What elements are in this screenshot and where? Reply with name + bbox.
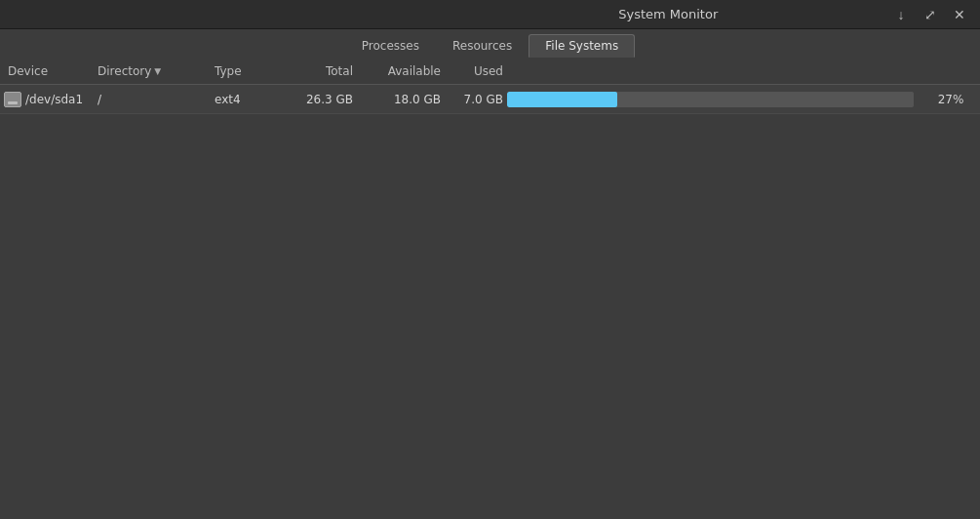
cell-directory: /: [98, 93, 215, 106]
used-value: 7.0 GB: [464, 93, 503, 106]
maximize-button[interactable]: ⤢: [918, 4, 943, 25]
close-button[interactable]: ✕: [947, 4, 972, 25]
col-header-used[interactable]: Used: [449, 64, 507, 78]
col-header-device[interactable]: Device: [0, 64, 98, 78]
tab-resources[interactable]: Resources: [436, 34, 529, 58]
window-title: System Monitor: [449, 7, 889, 21]
cell-type: ext4: [215, 93, 283, 106]
progress-fill: [507, 92, 617, 107]
col-header-total[interactable]: Total: [283, 64, 361, 78]
col-header-directory[interactable]: Directory ▼: [98, 64, 215, 78]
column-headers: Device Directory ▼ Type Total Available …: [0, 58, 980, 85]
title-bar-controls: ↓ ⤢ ✕: [888, 4, 972, 25]
tab-filesystems[interactable]: File Systems: [529, 34, 635, 58]
col-label-device: Device: [8, 64, 48, 78]
drive-icon: [4, 92, 21, 107]
type-value: ext4: [215, 93, 241, 106]
col-label-total: Total: [326, 64, 353, 78]
tab-processes[interactable]: Processes: [345, 34, 436, 58]
cell-progress-bar: [507, 92, 921, 107]
directory-value: /: [98, 93, 101, 106]
minimize-button[interactable]: ↓: [888, 4, 914, 25]
main-content: Processes Resources File Systems Device …: [0, 29, 980, 519]
cell-available: 18.0 GB: [361, 93, 449, 106]
available-value: 18.0 GB: [394, 93, 441, 106]
total-value: 26.3 GB: [306, 93, 353, 106]
sort-arrow-directory: ▼: [154, 66, 161, 76]
cell-percentage: 27%: [921, 93, 980, 106]
cell-total: 26.3 GB: [283, 93, 361, 106]
table-row[interactable]: /dev/sda1 / ext4 26.3 GB 18.0 GB 7.0 GB: [0, 85, 980, 114]
col-label-available: Available: [388, 64, 441, 78]
cell-device: /dev/sda1: [0, 92, 98, 107]
progress-background: [507, 92, 914, 107]
col-label-directory: Directory: [98, 64, 151, 78]
col-label-type: Type: [215, 64, 242, 78]
col-header-type[interactable]: Type: [215, 64, 283, 78]
percentage-value: 27%: [938, 93, 964, 106]
cell-used-value: 7.0 GB: [449, 93, 507, 106]
tab-bar: Processes Resources File Systems: [0, 29, 980, 58]
table-area: /dev/sda1 / ext4 26.3 GB 18.0 GB 7.0 GB: [0, 85, 980, 519]
col-header-available[interactable]: Available: [361, 64, 449, 78]
col-label-used: Used: [474, 64, 503, 78]
device-value: /dev/sda1: [25, 93, 83, 106]
title-bar: System Monitor ↓ ⤢ ✕: [0, 0, 980, 29]
